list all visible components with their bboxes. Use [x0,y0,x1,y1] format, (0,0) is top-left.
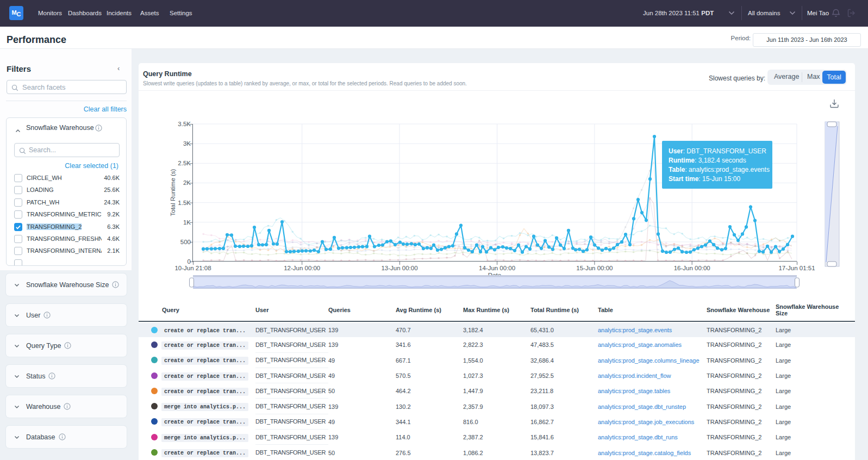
svg-text:1.5K: 1.5K [178,200,191,206]
svg-text:10-Jun 21:08: 10-Jun 21:08 [174,265,211,271]
svg-text:0: 0 [188,258,191,265]
svg-text:1K: 1K [183,219,191,226]
svg-text:Start time: 15-Jun 15:00: Start time: 15-Jun 15:00 [669,175,740,183]
svg-text:13-Jun 00:00: 13-Jun 00:00 [381,265,417,271]
svg-text:Total Runtime (s): Total Runtime (s) [170,169,176,216]
svg-text:2K: 2K [183,179,191,186]
svg-text:Table: analytics:prod_stage.ev: Table: analytics:prod_stage.events [669,166,770,173]
svg-text:14-Jun 00:00: 14-Jun 00:00 [479,265,515,271]
svg-text:3.5K: 3.5K [178,121,191,127]
svg-text:User: DBT_TRANSFORM_USER: User: DBT_TRANSFORM_USER [669,147,766,155]
svg-text:Runtime: 3,182.4 seconds: Runtime: 3,182.4 seconds [669,157,746,164]
svg-text:16-Jun 00:00: 16-Jun 00:00 [674,265,710,271]
svg-text:2.5K: 2.5K [178,160,191,166]
svg-text:12-Jun 00:00: 12-Jun 00:00 [284,265,320,271]
svg-text:500: 500 [180,239,191,245]
svg-text:17-Jun 01:51: 17-Jun 01:51 [778,265,815,271]
svg-text:3K: 3K [183,140,191,147]
svg-text:15-Jun 00:00: 15-Jun 00:00 [576,265,613,271]
